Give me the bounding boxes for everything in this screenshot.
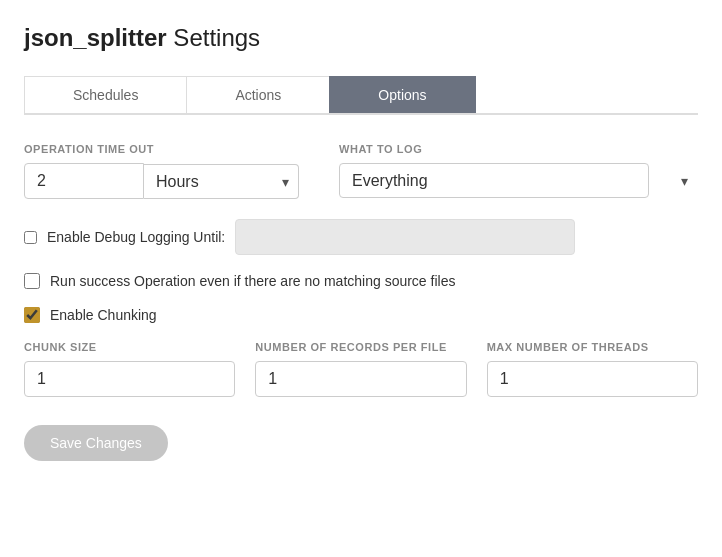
save-changes-button[interactable]: Save Changes [24, 425, 168, 461]
chunk-fields-row: CHUNK SIZE NUMBER OF RECORDS PER FILE MA… [24, 341, 698, 397]
run-success-row: Run success Operation even if there are … [24, 273, 698, 289]
what-to-log-label: WHAT TO LOG [339, 143, 698, 155]
debug-logging-row: Enable Debug Logging Until: [24, 219, 698, 255]
enable-chunking-row: Enable Chunking [24, 307, 698, 323]
debug-date-input[interactable] [235, 219, 575, 255]
timeout-and-log-row: OPERATION TIME OUT Hours Minutes Seconds… [24, 143, 698, 199]
enable-chunking-checkbox[interactable] [24, 307, 40, 323]
enable-chunking-label[interactable]: Enable Chunking [50, 307, 157, 323]
max-threads-label: MAX NUMBER OF THREADS [487, 341, 698, 353]
max-threads-field: MAX NUMBER OF THREADS [487, 341, 698, 397]
tab-options[interactable]: Options [329, 76, 475, 113]
what-to-log-select-wrapper: Everything Errors Only None ▾ [339, 163, 698, 198]
tab-actions[interactable]: Actions [186, 76, 330, 113]
records-per-file-field: NUMBER OF RECORDS PER FILE [255, 341, 466, 397]
debug-logging-checkbox[interactable] [24, 231, 37, 244]
chunk-size-input[interactable] [24, 361, 235, 397]
chunk-size-label: CHUNK SIZE [24, 341, 235, 353]
what-to-log-select[interactable]: Everything Errors Only None [339, 163, 649, 198]
run-success-label[interactable]: Run success Operation even if there are … [50, 273, 455, 289]
records-per-file-input[interactable] [255, 361, 466, 397]
timeout-unit-select-wrapper: Hours Minutes Seconds ▾ [144, 164, 299, 199]
what-to-log-group: WHAT TO LOG Everything Errors Only None … [339, 143, 698, 198]
timeout-inputs: Hours Minutes Seconds ▾ [24, 163, 299, 199]
timeout-unit-select[interactable]: Hours Minutes Seconds [144, 164, 299, 199]
run-success-checkbox[interactable] [24, 273, 40, 289]
timeout-value-input[interactable] [24, 163, 144, 199]
operation-timeout-group: OPERATION TIME OUT Hours Minutes Seconds… [24, 143, 299, 199]
operation-timeout-label: OPERATION TIME OUT [24, 143, 299, 155]
debug-logging-label[interactable]: Enable Debug Logging Until: [47, 229, 225, 245]
what-to-log-chevron-icon: ▾ [681, 173, 688, 189]
tab-schedules[interactable]: Schedules [24, 76, 187, 113]
chunk-size-field: CHUNK SIZE [24, 341, 235, 397]
tabs-container: Schedules Actions Options [24, 76, 698, 115]
max-threads-input[interactable] [487, 361, 698, 397]
records-per-file-label: NUMBER OF RECORDS PER FILE [255, 341, 466, 353]
page-title: json_splitter Settings [24, 24, 698, 52]
